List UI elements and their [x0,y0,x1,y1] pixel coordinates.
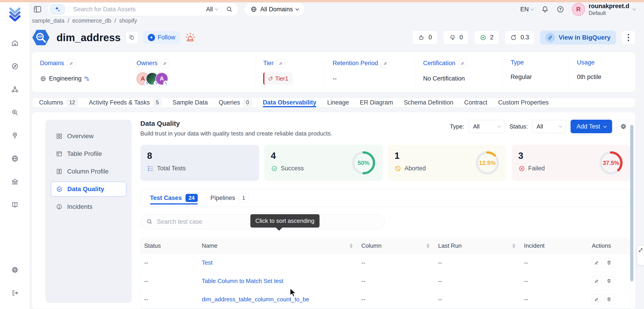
downvote-button[interactable]: 0 [443,31,469,45]
all-domains-button[interactable]: All Domains [244,3,304,16]
failed-x-icon [518,165,525,172]
nav-insights-icon[interactable] [0,124,30,147]
tab-activity-feeds[interactable]: Activity Feeds & Tasks5 [89,98,162,107]
follow-button[interactable]: ★ Follow [143,31,180,44]
delete-test-icon[interactable] [604,294,614,304]
tab-custom-properties[interactable]: Custom Properties [498,98,549,107]
watchers-button[interactable]: 2 [474,31,499,45]
type-filter-select[interactable]: All [469,120,505,133]
help-icon[interactable]: ? [556,6,564,13]
delete-test-icon[interactable] [604,258,614,268]
total-tests-card: 8 Total Tests [140,145,259,181]
global-search[interactable]: All [48,3,238,16]
right-panel-expand-icon[interactable] [637,246,644,265]
edit-tier-icon[interactable] [276,59,285,68]
version-button[interactable]: 0.3 [504,31,535,45]
scrollbar[interactable] [630,125,634,281]
sidebar-collapse-icon[interactable] [34,6,42,13]
panel-item-incidents[interactable]: Incidents [51,199,126,214]
breadcrumb-item[interactable]: sample_data [32,18,64,24]
edit-domains-icon[interactable] [67,59,76,68]
breadcrumb-item[interactable]: shopify [119,18,137,24]
tab-columns[interactable]: Columns12 [39,98,78,107]
notifications-bell-icon[interactable] [541,6,549,13]
nav-knowledge-icon[interactable] [0,193,30,216]
nav-domains-icon[interactable] [0,147,30,170]
nav-observability-icon[interactable] [0,101,30,124]
tab-queries[interactable]: Queries0 [219,98,252,107]
add-test-button[interactable]: Add Test [570,120,612,133]
nav-glossary-icon[interactable] [0,170,30,193]
table-row: -- dim_address_table_column_count_to_be … [140,290,630,308]
tab-lineage[interactable]: Lineage [327,98,349,107]
nav-home-icon[interactable] [0,32,30,55]
owner-avatar[interactable]: A [156,72,168,85]
tab-test-cases[interactable]: Test Cases 24 [150,189,198,206]
meta-type: Type Regular [502,58,569,87]
type-value: Regular [511,74,532,81]
view-in-bigquery-button[interactable]: View in BigQuery [540,31,616,45]
tab-schema-definition[interactable]: Schema Definition [404,98,453,107]
edit-test-icon[interactable] [592,294,602,304]
nav-explore-icon[interactable] [0,55,30,78]
panel-item-data-quality[interactable]: Data Quality [51,182,126,197]
test-case-link[interactable]: Table Column to Match Set test [202,277,283,284]
top-accent-strip [0,0,644,2]
alert-siren-icon[interactable] [185,32,196,43]
breadcrumb-item[interactable]: ecommerce_db [72,18,111,24]
tier-badge[interactable]: Tier1 [263,72,293,85]
sort-icon[interactable] [512,243,517,248]
tab-pipelines[interactable]: Pipelines 1 [210,189,248,206]
tab-er-diagram[interactable]: ER Diagram [360,98,393,107]
watch-target-icon [480,34,486,41]
sort-icon[interactable] [426,243,431,248]
delete-test-icon[interactable] [604,276,614,286]
meta-usage: Usage 0th pctile [569,58,635,87]
avatar: R [572,3,585,16]
sort-icon[interactable] [350,243,354,248]
test-case-link[interactable]: Test [202,259,213,266]
tab-contract[interactable]: Contract [464,98,487,107]
left-nav-rail [0,2,30,309]
edit-test-icon[interactable] [592,258,602,268]
language-dropdown[interactable]: EN [520,6,534,13]
nav-govern-icon[interactable] [0,78,30,101]
status-filter-select[interactable]: All [532,120,566,133]
breadcrumb-separator: / [68,18,69,24]
more-actions-button[interactable] [622,31,636,45]
panel-item-overview[interactable]: Overview [51,129,126,144]
ai-sparkles-icon[interactable] [50,4,65,15]
sort-tooltip: Click to sort ascending [250,214,320,228]
search-input[interactable] [73,6,202,13]
panel-item-column-profile[interactable]: Column Profile [51,164,126,179]
edit-test-icon[interactable] [592,276,602,286]
panel-item-table-profile[interactable]: Table Profile [51,146,126,161]
test-settings-gear-icon[interactable] [617,120,630,133]
domain-value[interactable]: Engineering [49,75,82,82]
user-menu[interactable]: R rounakpreet.d Default [572,3,636,16]
tab-data-observability[interactable]: Data Observability [263,98,316,107]
copy-icon[interactable] [126,31,138,44]
owner-avatars[interactable]: A A [136,72,168,85]
exclamation-circle-icon [56,203,62,210]
entity-tabs: Columns12 Activity Feeds & Tasks5 Sample… [32,98,636,107]
nav-settings-icon[interactable] [0,258,30,281]
nav-logout-icon[interactable] [0,281,30,304]
edit-retention-icon[interactable] [381,59,390,68]
edit-certification-icon[interactable] [458,59,467,68]
section-subtitle: Build trust in your data with quality te… [140,130,332,137]
search-icon[interactable] [226,6,233,13]
edit-owners-icon[interactable] [161,59,169,68]
check-circle-icon [56,186,63,192]
meta-certification: Certification No Certification [415,58,502,87]
col-actions: Actions [588,238,630,253]
section-title: Data Quality [140,120,332,127]
columns-icon [56,168,62,175]
app-logo[interactable] [8,7,22,21]
link-icon [546,33,555,42]
user-name: rounakpreet.d [589,3,629,10]
search-scope-dropdown[interactable]: All [206,6,218,13]
tab-sample-data[interactable]: Sample Data [173,98,208,107]
upvote-button[interactable]: 0 [412,31,438,45]
test-case-link[interactable]: dim_address_table_column_count_to_be [202,296,309,303]
